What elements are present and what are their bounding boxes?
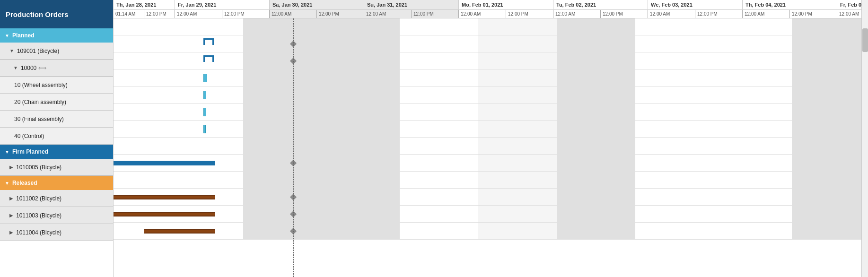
bg-thu xyxy=(114,35,165,52)
time-cell-mon-12pm: 12:00 PM xyxy=(506,10,553,18)
order-row-1011004[interactable]: ▶ 1011004 (Bicycle) xyxy=(0,224,113,241)
date-label-mon-feb01: Mo, Feb 01, 2021 xyxy=(462,2,503,8)
bar-op20 xyxy=(203,91,206,99)
order-label-op20: 20 (Chain assembly) xyxy=(14,99,66,105)
bg-tue-op10 xyxy=(478,69,557,86)
gantt-bg-op40 xyxy=(114,121,868,137)
order-row-op30[interactable]: 30 (Final assembly) xyxy=(0,111,113,128)
bg-wed-10000 xyxy=(557,52,635,69)
time-cell-fri-12pm: 12:00 PM xyxy=(222,10,270,18)
bg-sat-op30 xyxy=(243,104,322,120)
gantt-times-row: 01:14 AM 12:00 PM 12:00 AM 12:00 PM 12:0… xyxy=(114,10,868,18)
bg-tue-op30 xyxy=(478,104,557,120)
order-row-1010005[interactable]: ▶ 1010005 (Bicycle) xyxy=(0,159,113,176)
bg-sun-op40 xyxy=(321,121,400,137)
order-row-10000[interactable]: ▼ 10000 ⟺ xyxy=(0,60,113,77)
time-label-sun-12pm: 12:00 PM xyxy=(413,11,434,17)
date-cell-wed-feb03: We, Feb 03, 2021 xyxy=(648,0,743,9)
bg-mon-op10 xyxy=(400,69,478,86)
gantt-bg-1011002 xyxy=(114,189,868,205)
order-row-op10[interactable]: 10 (Wheel assembly) xyxy=(0,77,113,94)
order-label-1011002: 1011002 (Bicycle) xyxy=(16,195,61,202)
order-label-op10: 10 (Wheel assembly) xyxy=(14,82,68,88)
bg-thu2 xyxy=(635,35,714,52)
scrollbar-thumb[interactable] xyxy=(862,28,868,52)
order-row-1011003[interactable]: ▶ 1011003 (Bicycle) xyxy=(0,207,113,224)
group-label-released: Released xyxy=(12,180,37,186)
bg-sat-10000 xyxy=(243,52,322,69)
order-row-op40[interactable]: 40 (Control) xyxy=(0,128,113,145)
bg-thu2-op20 xyxy=(635,87,714,103)
bg-thu2-10000 xyxy=(635,52,714,69)
bg-sat-op40 xyxy=(243,121,322,137)
gantt-bg-released xyxy=(114,172,868,188)
gantt-row-1011004 xyxy=(114,223,868,240)
main-container: Production Orders ▼ Planned ▼ 109001 (Bi… xyxy=(0,0,868,277)
bg-fri2-op20 xyxy=(713,87,792,103)
bg-sat2-weekend xyxy=(792,18,868,35)
time-label-thu-1am: 01:14 AM xyxy=(115,11,135,17)
time-label-fri2-12am: 12:00 AM xyxy=(839,11,859,17)
time-label-tue-12pm: 12:00 PM xyxy=(603,11,623,17)
bg-wed-op30 xyxy=(557,104,635,120)
bg-thu2-op30 xyxy=(635,104,714,120)
bg-fri2-work xyxy=(713,18,792,35)
bg-tue-work xyxy=(478,18,557,35)
group-label-firm-planned: Firm Planned xyxy=(12,148,48,155)
gantt-panel[interactable]: Th, Jan 28, 2021 Fr, Jan 29, 2021 Sa, Ja… xyxy=(114,0,868,277)
bg-tue-op20 xyxy=(478,87,557,103)
bg-wed-op10 xyxy=(557,69,635,86)
time-cell-mon-12am: 12:00 AM xyxy=(459,10,506,18)
expand-icon-1010005: ▶ xyxy=(9,164,13,170)
gantt-body[interactable] xyxy=(114,18,868,277)
bar-1011004 xyxy=(144,229,215,234)
bg-wed xyxy=(557,35,635,52)
time-label-fri-12pm: 12:00 PM xyxy=(224,11,245,17)
order-label-109001: 109001 (Bicycle) xyxy=(17,48,59,54)
date-label-wed-feb03: We, Feb 03, 2021 xyxy=(651,2,693,8)
time-label-thu2-12am: 12:00 AM xyxy=(745,11,764,17)
bg-fri2-op30 xyxy=(713,104,792,120)
bg-thu-op10 xyxy=(114,69,165,86)
gantt-bg-firm-planned xyxy=(114,138,868,154)
bg-fri2-op10 xyxy=(713,69,792,86)
order-row-1011002[interactable]: ▶ 1011002 (Bicycle) xyxy=(0,190,113,207)
bar-op30 xyxy=(203,108,206,116)
order-row-op20[interactable]: 20 (Chain assembly) xyxy=(0,94,113,111)
bg-thu-work xyxy=(114,18,165,35)
bracket-109001 xyxy=(203,38,214,45)
date-cell-thu-jan28: Th, Jan 28, 2021 xyxy=(114,0,175,9)
gantt-dates-row: Th, Jan 28, 2021 Fr, Jan 29, 2021 Sa, Ja… xyxy=(114,0,868,10)
time-label-tue-12am: 12:00 AM xyxy=(555,11,575,17)
left-panel: Production Orders ▼ Planned ▼ 109001 (Bi… xyxy=(0,0,114,277)
bg-fri2-op40 xyxy=(713,121,792,137)
bg-sat2-op40 xyxy=(792,121,868,137)
resize-handle[interactable]: ⟺ xyxy=(38,65,46,71)
vertical-scrollbar[interactable] xyxy=(861,0,868,277)
bg-sun-op10 xyxy=(321,69,400,86)
bg-tue-10000 xyxy=(478,52,557,69)
bg-thu2-op10 xyxy=(635,69,714,86)
time-cell-sat-12am: 12:00 AM xyxy=(270,10,317,18)
time-cell-wed-12am: 12:00 AM xyxy=(648,10,695,18)
bg-thu-10000 xyxy=(114,52,165,69)
bar-1011003 xyxy=(114,212,215,216)
bar-1010005 xyxy=(114,161,215,165)
group-header-released[interactable]: ▼ Released xyxy=(0,176,113,190)
bg-thu-op40 xyxy=(114,121,165,137)
bg-thu2-work xyxy=(635,18,714,35)
date-label-tue-feb02: Tu, Feb 02, 2021 xyxy=(556,2,596,8)
page-title: Production Orders xyxy=(0,0,113,28)
gantt-row-op40 xyxy=(114,121,868,138)
gantt-row-op30 xyxy=(114,104,868,121)
bg-sat2 xyxy=(792,35,868,52)
order-label-1011004: 1011004 (Bicycle) xyxy=(16,229,61,236)
group-label-planned: Planned xyxy=(12,32,35,39)
bg-sun xyxy=(321,35,400,52)
order-row-109001[interactable]: ▼ 109001 (Bicycle) xyxy=(0,43,113,60)
bg-sun-10000 xyxy=(321,52,400,69)
group-header-planned[interactable]: ▼ Planned xyxy=(0,28,113,43)
bg-sat2-10000 xyxy=(792,52,868,69)
group-header-firm-planned[interactable]: ▼ Firm Planned xyxy=(0,145,113,159)
gantt-bg-1011004 xyxy=(114,223,868,239)
